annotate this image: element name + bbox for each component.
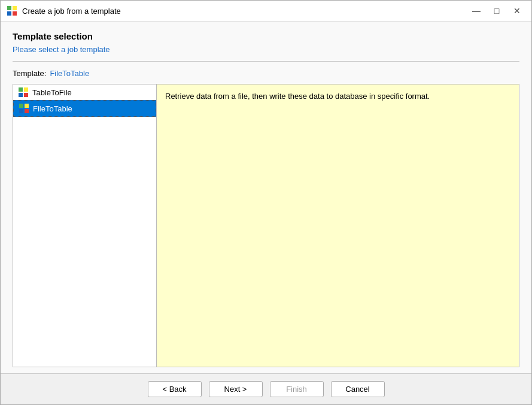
finish-button[interactable]: Finish [270,381,324,397]
maximize-button[interactable]: □ [488,4,505,17]
window-title: Create a job from a template [22,7,468,16]
cancel-button[interactable]: Cancel [331,381,385,397]
svg-rect-1 [13,6,17,10]
svg-rect-10 [19,109,23,113]
svg-rect-2 [7,11,11,16]
template-value: FileToTable [50,69,89,78]
svg-rect-4 [19,87,23,92]
svg-rect-7 [24,93,28,97]
main-panels: TableToFile FileToTable [13,84,519,367]
page-title: Template selection [13,31,519,41]
svg-rect-8 [19,104,23,108]
list-panel: TableToFile FileToTable [13,84,157,367]
template-label: Template: [13,69,46,78]
divider [13,61,519,62]
file-to-table-icon [19,103,29,114]
svg-rect-5 [24,87,28,92]
content-area: Template selection Please select a job t… [1,22,531,373]
back-button[interactable]: < Back [148,381,202,397]
list-item-file-to-table[interactable]: FileToTable [13,100,156,117]
description-text: Retrieve data from a file, then write th… [165,92,430,101]
title-bar: Create a job from a template ― □ ✕ [1,1,531,22]
svg-rect-9 [25,104,29,108]
list-item-label-table-to-file: TableToFile [32,88,72,97]
app-icon [7,5,17,16]
footer: < Back Next > Finish Cancel [1,373,531,404]
list-item-label-file-to-table: FileToTable [33,104,72,113]
svg-rect-0 [7,6,11,10]
svg-rect-11 [25,109,29,113]
description-panel: Retrieve data from a file, then write th… [157,84,519,367]
page-subtitle: Please select a job template [13,45,519,54]
header-section: Template selection Please select a job t… [13,31,519,54]
close-button[interactable]: ✕ [509,4,525,17]
svg-rect-6 [19,93,23,97]
next-button[interactable]: Next > [209,381,263,397]
main-window: Create a job from a template ― □ ✕ Templ… [0,0,532,405]
window-controls: ― □ ✕ [468,4,525,17]
svg-rect-3 [13,11,17,16]
template-row: Template: FileToTable [13,69,519,78]
table-to-file-icon [18,87,29,98]
minimize-button[interactable]: ― [468,4,485,17]
list-item-table-to-file[interactable]: TableToFile [13,84,156,100]
